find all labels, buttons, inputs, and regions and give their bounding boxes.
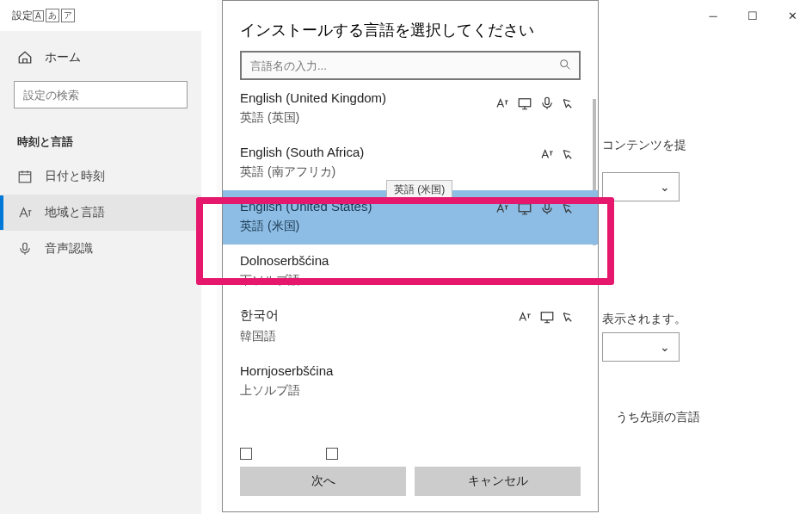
handwriting-icon [562,201,577,216]
svg-rect-3 [519,99,531,107]
next-button[interactable]: 次へ [240,467,406,496]
language-install-dialog: インストールする言語を選択してください English (United King… [222,0,599,512]
language-localized-name: 上ソルブ語 [240,383,581,399]
display-language-icon [517,96,532,111]
sidebar-group-title: 時刻と言語 [0,126,201,158]
sidebar-item-label: 日付と時刻 [45,169,105,184]
text-to-speech-icon [539,146,555,162]
ime-indicators: Aあア [33,9,75,22]
sidebar-search[interactable] [14,81,188,108]
cancel-button[interactable]: キャンセル [415,467,581,496]
window-title: 設定 [0,9,33,23]
sidebar-item-label: 地域と言語 [45,205,105,220]
svg-rect-7 [541,313,553,320]
handwriting-icon [562,309,577,325]
language-native-name: Dolnoserbšćina [240,253,581,268]
svg-rect-0 [19,172,31,183]
dialog-options-obscured [223,443,598,458]
language-localized-name: 英語 (英国) [240,110,581,126]
sidebar-item-label: 音声認識 [45,241,93,257]
language-localized-name: 英語 (南アフリカ) [240,164,581,180]
language-item[interactable]: 英語 (米国)English (United States)英語 (米国) [223,190,598,245]
bg-text-fragment: 表示されます。 [602,312,686,327]
minimize-button[interactable]: ─ [693,3,733,28]
language-capabilities [517,309,577,325]
language-capabilities [495,201,577,216]
text-to-speech-icon [495,96,510,111]
svg-rect-5 [519,204,531,212]
svg-rect-1 [23,243,28,250]
close-button[interactable]: ✕ [772,3,812,28]
dialog-title: インストールする言語を選択してください [223,1,598,51]
svg-point-2 [561,60,568,67]
language-localized-name: 下ソルブ語 [240,273,581,288]
search-icon [558,58,572,71]
sidebar-home-label: ホーム [45,50,81,65]
svg-rect-6 [545,202,550,209]
language-native-name: English (South Africa) [240,145,581,159]
handwriting-icon [562,146,577,162]
speech-recognition-icon [539,201,555,216]
language-localized-name: 韓国語 [240,329,581,344]
bg-text-fragment: うち先頭の言語 [616,410,700,425]
sidebar-item-datetime[interactable]: 日付と時刻 [0,158,201,195]
dropdown[interactable] [602,172,680,201]
language-list[interactable]: English (United Kingdom)英語 (英国)English (… [223,85,598,443]
language-native-name: Hornjoserbšćina [240,363,581,378]
language-item[interactable]: Dolnoserbšćina下ソルブ語 [223,245,598,299]
language-search[interactable] [240,51,581,80]
text-to-speech-icon [495,201,510,216]
sidebar-item-speech[interactable]: 音声認識 [0,231,201,267]
display-language-icon [539,309,555,325]
speech-recognition-icon [539,96,555,111]
mic-icon [17,241,33,257]
bg-text-fragment: コンテンツを提 [602,138,686,153]
sidebar-home[interactable]: ホーム [0,41,201,74]
language-capabilities [495,96,577,111]
sidebar-search-input[interactable] [14,81,188,108]
language-item[interactable]: 한국어韓国語 [223,299,598,355]
handwriting-icon [562,96,577,111]
language-item[interactable]: Hornjoserbšćina上ソルブ語 [223,355,598,409]
dialog-footer: 次へ キャンセル [223,458,598,511]
sidebar: ホーム 時刻と言語 日付と時刻 地域と言語 [0,31,201,514]
language-item[interactable]: English (United Kingdom)英語 (英国) [223,85,598,136]
language-a-icon [17,205,33,220]
home-icon [17,50,33,65]
language-localized-name: 英語 (米国) [240,219,581,234]
calendar-icon [17,169,33,184]
language-capabilities [539,146,577,162]
maximize-button[interactable]: ☐ [733,3,772,28]
text-to-speech-icon [517,309,532,325]
display-language-icon [517,201,532,216]
dropdown[interactable] [602,332,680,362]
svg-rect-4 [545,97,550,104]
sidebar-item-region-language[interactable]: 地域と言語 [0,195,201,231]
language-search-input[interactable] [240,51,581,80]
window-controls: ─ ☐ ✕ [693,3,812,28]
tooltip: 英語 (米国) [386,180,452,200]
